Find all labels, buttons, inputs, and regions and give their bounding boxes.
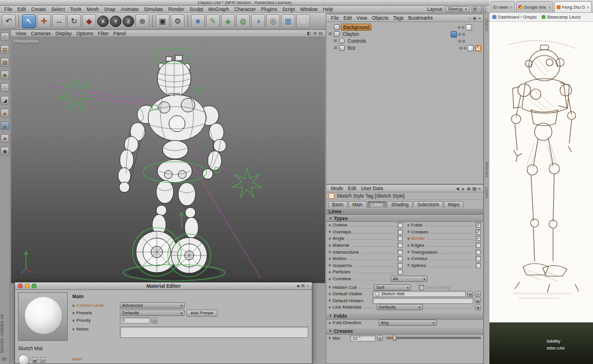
attr-list-icon[interactable]: ≡ [478, 186, 481, 191]
material-thumbnail[interactable] [18, 354, 30, 364]
menu-select[interactable]: Select [49, 6, 68, 12]
snap-button[interactable]: ◉ [1, 147, 9, 155]
tab-maps[interactable]: Maps [444, 201, 463, 208]
viewport-label[interactable]: Perspective [14, 39, 38, 44]
particles-checkbox[interactable] [397, 269, 403, 274]
side-tab-objects[interactable]: Objects [485, 14, 489, 36]
presets-dropdown[interactable]: Defaults▾ [120, 310, 185, 316]
notes-field[interactable] [120, 326, 308, 338]
menu-edit[interactable]: Edit [15, 6, 29, 12]
object-name[interactable]: Clayton [341, 31, 361, 37]
render-toggle[interactable] [463, 47, 466, 50]
dynamics-button[interactable]: ◍ [236, 14, 250, 28]
viewport-menu-view[interactable]: View [13, 31, 28, 36]
visibility-toggle[interactable] [458, 26, 461, 29]
mograph-button[interactable]: ◈ [221, 14, 235, 28]
expander-icon[interactable]: ⊞ [333, 39, 338, 43]
window-titlebar[interactable]: Clayton.c4d * (NFR Version - Restricted … [0, 0, 489, 6]
types-section-header[interactable]: ▼ Types [326, 215, 483, 222]
min-value-field[interactable]: 10 ° [350, 335, 375, 341]
bookmark-dashboard[interactable]: Dashboard ‹ Greysc [492, 14, 537, 20]
om-target-icon[interactable]: ◉ [473, 16, 477, 21]
minimize-button[interactable] [25, 284, 30, 288]
expander-icon[interactable]: ⊞ [328, 32, 333, 36]
om-menu-file[interactable]: File [329, 15, 341, 21]
attr-grid-icon[interactable]: ▦ [473, 186, 477, 191]
folds-section-header[interactable]: ▼ Folds [326, 313, 483, 320]
lock-x-axis-button[interactable]: X [97, 16, 109, 27]
isoparms-checkbox[interactable] [397, 263, 403, 268]
layout-rows-button[interactable]: ▤ [472, 6, 478, 12]
render-view-button[interactable]: ▣ [156, 14, 170, 28]
viewport-menu-display[interactable]: Display [53, 31, 74, 36]
object-row-controls[interactable]: ⊞ Controls [326, 38, 483, 44]
tab-close-icon[interactable]: ✕ [548, 5, 551, 9]
browser-content[interactable] [489, 22, 593, 322]
browser-tab-google-images[interactable]: Google Ima ✕ [516, 1, 554, 12]
array-button[interactable]: ▦ [281, 14, 295, 28]
border-checkbox[interactable]: ✓ [476, 236, 481, 241]
tab-shading[interactable]: Shading [387, 201, 412, 208]
material-tag[interactable] [466, 24, 472, 31]
add-cube-button[interactable]: ■ [191, 14, 205, 28]
render-toggle[interactable] [462, 40, 465, 43]
light-button[interactable]: ○ [296, 14, 310, 28]
outline-checkbox[interactable] [397, 222, 403, 228]
viewport-menu-cameras[interactable]: Cameras [28, 31, 53, 36]
triangulation-checkbox[interactable] [476, 250, 481, 255]
tab-lines[interactable]: Lines [367, 201, 387, 208]
motion-checkbox[interactable] [397, 256, 403, 261]
overlaps-checkbox[interactable] [397, 229, 403, 235]
viewport-half-icon[interactable]: ◧ [307, 31, 311, 36]
mat-back-icon[interactable]: ◀ [296, 284, 299, 288]
viewport-menu-filter[interactable]: Filter [95, 31, 111, 36]
points-mode-button[interactable]: ∴ [1, 83, 9, 92]
window-minimize-button[interactable]: ⊟ [480, 6, 486, 12]
fold-direction-dropdown[interactable]: Any▾ [378, 320, 437, 326]
splines-checkbox[interactable] [476, 263, 481, 268]
environment-button[interactable]: ◑ [251, 14, 265, 28]
coordinate-system-button[interactable]: ⊕ [135, 14, 149, 28]
menu-simulate[interactable]: Simulate [141, 6, 165, 12]
viewport-solo-button[interactable]: ● [1, 134, 9, 143]
texture-mode-button[interactable]: ▨ [1, 58, 9, 66]
material-tag[interactable] [467, 45, 474, 51]
combine-dropdown[interactable]: All▾ [391, 276, 428, 282]
browser-tab-drawing[interactable]: rawin ✕ [491, 1, 515, 12]
render-settings-button[interactable]: ⚙ [171, 14, 185, 28]
edges-mode-button[interactable]: ◢ [1, 96, 9, 105]
om-menu-objects[interactable]: Objects [370, 15, 391, 21]
model-mode-button[interactable]: ▤ [1, 45, 9, 54]
attr-menu-userdata[interactable]: User Data [359, 185, 385, 191]
contour-checkbox[interactable] [476, 256, 481, 261]
spline-pen-button[interactable]: ✎ [206, 14, 220, 28]
hidden-cull-dropdown[interactable]: Self▾ [374, 284, 411, 291]
attr-menu-edit[interactable]: Edit [345, 185, 359, 191]
add-preset-button[interactable]: Add Preset [186, 310, 218, 317]
scale-tool[interactable]: ↔ [52, 14, 66, 28]
polygons-mode-button[interactable]: ▲ [1, 109, 9, 117]
min-stepper[interactable]: ⇅ [377, 335, 383, 341]
default-hidden-rows-button[interactable]: ▤ [475, 298, 481, 303]
close-button[interactable] [18, 284, 23, 288]
menu-file[interactable]: File [2, 6, 15, 12]
visibility-toggle[interactable] [458, 33, 461, 36]
expander-icon[interactable]: ⊞ [333, 46, 338, 50]
browser-tab-fengzhu[interactable]: Feng Zhu D ✕ [554, 1, 592, 12]
om-menu-tags[interactable]: Tags [391, 15, 406, 21]
enable-axis-button[interactable]: ◬ [1, 121, 9, 130]
tab-selections[interactable]: Selections [413, 201, 443, 208]
menu-help[interactable]: Help [320, 6, 335, 12]
object-name[interactable]: Controls [346, 38, 368, 44]
om-menu-bookmarks[interactable]: Bookmarks [406, 15, 435, 21]
viewport-rows-icon[interactable]: ▤ [318, 31, 323, 36]
om-list-icon[interactable]: ≡ [478, 16, 481, 21]
material-checkbox[interactable] [397, 243, 403, 248]
workplane-button[interactable]: ◆ [1, 70, 9, 79]
menu-mesh[interactable]: Mesh [84, 6, 101, 12]
tab-main[interactable]: Main [348, 201, 367, 208]
min-slider[interactable] [386, 337, 481, 339]
menu-render[interactable]: Render [165, 6, 187, 12]
undo-button[interactable]: ↶ [2, 14, 16, 28]
menu-animate[interactable]: Animate [118, 6, 141, 12]
